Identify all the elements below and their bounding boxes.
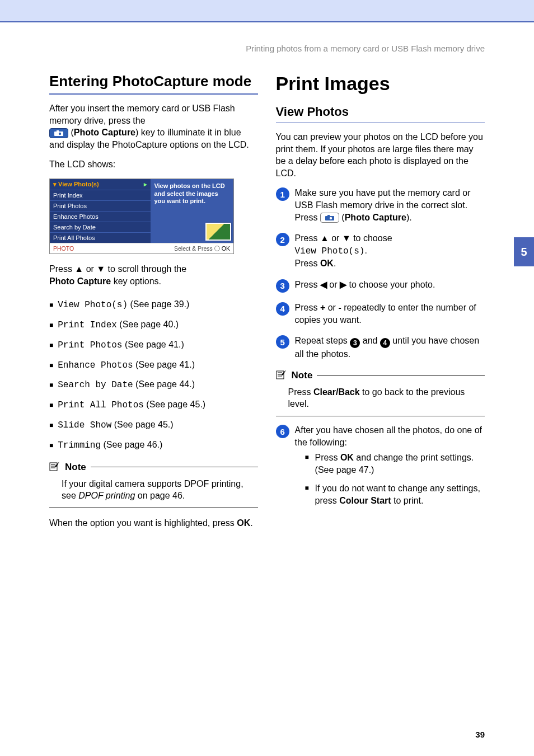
heading-rule — [49, 93, 258, 95]
subsection-heading: View Photos — [276, 105, 485, 119]
left-arrow-icon: ◀ — [320, 280, 327, 289]
step-number-badge: 3 — [276, 279, 289, 293]
step-ref-3-icon: 3 — [350, 338, 360, 348]
svg-rect-8 — [327, 215, 330, 217]
list-item: Print Index (See page 40.) — [49, 315, 258, 335]
lcd-menu-item: Print Index — [50, 190, 151, 201]
down-arrow-icon: ▼ — [96, 264, 105, 274]
view-photos-intro: You can preview your photos on the LCD b… — [276, 131, 485, 179]
up-arrow-icon: ▲ — [320, 233, 329, 243]
top-band — [0, 0, 534, 21]
steps-list: 1 Make sure you have put the memory card… — [276, 187, 485, 360]
photo-capture-label: Photo Capture — [74, 128, 135, 137]
divider — [276, 416, 485, 416]
left-column: Entering PhotoCapture mode After you ins… — [49, 73, 258, 537]
step-number-badge: 6 — [276, 425, 289, 438]
text: After you insert the memory card or USB … — [49, 104, 235, 125]
down-arrow-icon: ▼ — [342, 233, 351, 243]
step-1: 1 Make sure you have put the memory card… — [276, 187, 485, 223]
section-heading-right: Print Images — [276, 73, 485, 95]
lcd-footer-right: Select & Press OK — [174, 245, 230, 252]
lcd-description: View photos on the LCD and select the im… — [151, 179, 233, 243]
heading-rule — [276, 123, 485, 123]
note-block: Note Press Clear/Back to go back to the … — [276, 369, 485, 416]
lcd-screenshot: ▾ View Photo(s) ▸ Print Index Print Phot… — [49, 179, 234, 254]
note-body: Press Clear/Back to go back to the previ… — [288, 386, 485, 410]
up-arrow-icon: ▲ — [74, 264, 83, 274]
ok-circle-icon — [214, 246, 220, 251]
sub-options-list: Press OK and change the print settings. … — [305, 448, 485, 510]
step-6: 6 After you have chosen all the photos, … — [276, 424, 485, 510]
scroll-instruction: Press ▲ or ▼ to scroll through the Photo… — [49, 263, 258, 287]
list-item: Print Photos (See page 41.) — [49, 335, 258, 355]
lcd-menu: ▾ View Photo(s) ▸ Print Index Print Phot… — [50, 179, 151, 243]
closing-text: When the option you want is highlighted,… — [49, 517, 258, 529]
svg-rect-1 — [57, 130, 59, 132]
top-rule — [0, 21, 534, 22]
list-item: Trimming (See page 46.) — [49, 435, 258, 456]
step-2: 2 Press ▲ or ▼ to choose View Photo(s). … — [276, 232, 485, 270]
svg-point-9 — [330, 217, 332, 219]
divider — [317, 375, 485, 375]
divider — [49, 508, 258, 508]
content-area: Entering PhotoCapture mode After you ins… — [49, 73, 485, 722]
divider — [91, 467, 259, 467]
step-number-badge: 4 — [276, 302, 289, 316]
step-5: 5 Repeat steps 3 and 4 until you have ch… — [276, 335, 485, 360]
lcd-thumbnail-icon — [205, 223, 231, 241]
lcd-menu-item: Enhance Photos — [50, 212, 151, 222]
page-number: 39 — [475, 730, 485, 739]
list-item: Search by Date (See page 44.) — [49, 375, 258, 395]
options-list: View Photo(s) (See page 39.) Print Index… — [49, 295, 258, 455]
lcd-footer: PHOTO Select & Press OK — [50, 243, 233, 253]
note-block: Note If your digital camera supports DPO… — [49, 461, 258, 508]
steps-list-cont: 6 After you have chosen all the photos, … — [276, 424, 485, 510]
right-arrow-icon: ▶ — [340, 280, 346, 289]
lcd-menu-item: Print Photos — [50, 201, 151, 212]
manual-page: Printing photos from a memory card or US… — [0, 0, 534, 756]
list-item: Enhance Photos (See page 41.) — [49, 355, 258, 375]
running-header: Printing photos from a memory card or US… — [0, 44, 485, 53]
list-item: Slide Show (See page 45.) — [49, 415, 258, 435]
section-heading-left: Entering PhotoCapture mode — [49, 73, 258, 90]
step-number-badge: 1 — [276, 187, 289, 201]
lcd-menu-item-selected: ▾ View Photo(s) ▸ — [50, 179, 151, 190]
photo-capture-key-icon — [320, 213, 339, 223]
step-number-badge: 5 — [276, 335, 289, 349]
list-item: View Photo(s) (See page 39.) — [49, 295, 258, 315]
note-body: If your digital camera supports DPOF pri… — [62, 478, 258, 502]
step-number-badge: 2 — [276, 233, 289, 246]
step-3: 3 Press ◀ or ▶ to choose your photo. — [276, 279, 485, 293]
note-pencil-icon — [276, 369, 287, 382]
svg-point-2 — [59, 133, 61, 135]
step-4: 4 Press + or - repeatedly to enter the n… — [276, 302, 485, 326]
text: ( — [68, 128, 74, 137]
step-ref-4-icon: 4 — [380, 338, 390, 348]
lcd-shows-text: The LCD shows: — [49, 158, 258, 171]
note-label: Note — [65, 462, 86, 473]
right-column: Print Images View Photos You can preview… — [276, 73, 485, 519]
lcd-menu-item: Print All Photos — [50, 233, 151, 243]
lcd-footer-left: PHOTO — [53, 245, 74, 252]
chapter-tab: 5 — [514, 237, 534, 266]
lcd-menu-item: Search by Date — [50, 222, 151, 233]
note-pencil-icon — [49, 461, 60, 473]
intro-paragraph: After you insert the memory card or USB … — [49, 102, 258, 151]
list-item: Press OK and change the print settings. … — [305, 448, 485, 479]
photo-capture-key-icon — [49, 128, 68, 138]
note-label: Note — [292, 370, 313, 381]
list-item: Print All Photos (See page 45.) — [49, 395, 258, 415]
photo-capture-label: Photo Capture — [49, 276, 111, 286]
list-item: If you do not want to change any setting… — [305, 479, 485, 510]
